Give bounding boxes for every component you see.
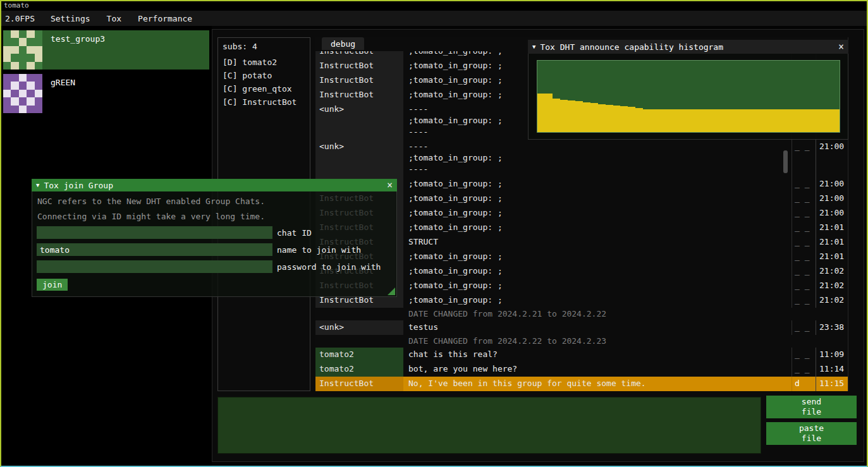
message-input[interactable]: [217, 397, 761, 454]
chat-message-line: ;tomato_in_group: ;: [408, 294, 792, 306]
histogram-bar: [666, 109, 673, 132]
group-name: test_group3: [51, 30, 105, 70]
chat-message-line: ;tomato_in_group: ;: [408, 265, 792, 277]
collapse-icon[interactable]: ▼: [532, 44, 535, 50]
chat-message: ;tomato_in_group: ;: [403, 264, 792, 279]
chat-message-line: bot, are you new here?: [408, 363, 792, 375]
group-name: gREEN: [51, 74, 75, 113]
paste-file-label: paste: [799, 423, 824, 434]
chat-message-line: ;tomato_in_group: ;: [408, 251, 792, 262]
close-icon[interactable]: ×: [387, 181, 393, 190]
chat-time: 21:00: [816, 177, 845, 191]
chat-id-input[interactable]: [37, 226, 272, 239]
chat-sender: InstructBot: [315, 51, 403, 59]
histogram-bar: [719, 109, 726, 132]
group-avatar: [3, 30, 42, 70]
date-divider-text: DATE CHANGED from 2024.2.21 to 2024.2.22: [315, 308, 606, 320]
chat-message-line: testus: [408, 322, 792, 333]
resize-grip[interactable]: [388, 288, 395, 295]
chat-time: 21:00: [816, 206, 845, 221]
histogram-bar: [742, 109, 749, 132]
chat-time: 23:38: [816, 320, 845, 335]
chat-flags: _ _: [792, 293, 816, 308]
chat-flags: _ _: [792, 279, 816, 293]
send-file-button[interactable]: send file: [766, 396, 857, 418]
join-name-input[interactable]: [37, 243, 272, 256]
histogram-bar: [802, 109, 809, 132]
chat-row: tomato2bot, are you new here?_ _11:14: [315, 362, 848, 377]
join-window-body: NGC refers to the New DHT enabled Group …: [32, 191, 397, 297]
close-icon[interactable]: ×: [838, 42, 844, 52]
histogram-bar: [545, 94, 553, 132]
chat-id-label: chat ID: [277, 228, 312, 238]
date-divider: DATE CHANGED from 2024.2.21 to 2024.2.22: [315, 308, 848, 320]
group-item-gREEN[interactable]: gREEN: [3, 74, 209, 113]
chat-message: ----;tomato_in_group: ;----: [403, 140, 792, 177]
chat-scrollbar-thumb[interactable]: [783, 150, 788, 173]
chat-flags: _ _: [792, 250, 816, 264]
histogram-window-titlebar[interactable]: ▼ Tox DHT announce capability histogram …: [528, 40, 848, 54]
menubar: 2.0FPS SettingsToxPerformance: [0, 11, 868, 26]
chat-sender: InstructBot: [315, 377, 403, 391]
date-divider-text: DATE CHANGED from 2024.2.22 to 2024.2.23: [315, 335, 606, 348]
chat-sender: InstructBot: [315, 73, 403, 88]
send-file-label: send: [802, 397, 821, 407]
histogram-bar: [734, 109, 742, 132]
chat-sender: tomato2: [315, 348, 403, 362]
chat-sender: InstructBot: [315, 59, 403, 73]
chat-message-line: chat is this real?: [408, 349, 792, 360]
chat-flags: d: [792, 377, 816, 391]
member-item[interactable]: [C] InstructBot: [218, 95, 310, 109]
join-info-line: Connecting via ID might take a very long…: [32, 207, 396, 222]
window-title: tomato: [4, 1, 29, 9]
histogram-bar: [673, 109, 681, 132]
join-button[interactable]: join: [37, 279, 68, 291]
histogram-bar: [809, 109, 817, 132]
member-item[interactable]: [C] green_qtox: [218, 82, 310, 95]
group-item-test_group3[interactable]: test_group3: [3, 30, 209, 70]
member-item[interactable]: [D] tomato2: [218, 56, 310, 69]
menu-item-settings[interactable]: Settings: [42, 11, 99, 26]
chat-time: 21:02: [816, 293, 845, 308]
chat-row: <unk>testus_ _23:38: [315, 320, 848, 335]
histogram-window-title: Tox DHT announce capability histogram: [540, 42, 723, 52]
histogram-bar: [658, 109, 666, 132]
histogram-bar: [643, 109, 651, 132]
chat-message-line: ;tomato_in_group: ;: [408, 222, 792, 233]
chat-flags: _ _: [792, 206, 816, 221]
chat-row: InstructBotNo, I've been in this group f…: [315, 377, 848, 391]
chat-flags: _ _: [792, 264, 816, 279]
histogram-bars: [537, 61, 840, 132]
chat-message: ;tomato_in_group: ;: [403, 206, 792, 221]
histogram-bar: [635, 108, 643, 132]
tab-debug[interactable]: debug: [322, 37, 364, 50]
join-window-titlebar[interactable]: ▼ Tox join Group ×: [32, 179, 397, 191]
chat-message: testus: [403, 320, 792, 335]
histogram-bar: [606, 105, 613, 132]
chat-row: tomato2chat is this real?_ _11:09: [315, 348, 848, 362]
chat-sender: tomato2: [315, 362, 403, 377]
chat-message-line: ;tomato_in_group: ;: [408, 207, 792, 219]
chat-message-line: ;tomato_in_group: ;: [408, 152, 792, 164]
chat-flags: _ _: [792, 362, 816, 377]
paste-file-label: file: [802, 434, 821, 444]
menu-item-tox[interactable]: Tox: [99, 11, 130, 26]
member-item[interactable]: [C] potato: [218, 69, 310, 82]
histogram-bar: [598, 104, 606, 132]
paste-file-button[interactable]: paste file: [766, 422, 857, 445]
histogram-bar: [688, 109, 696, 132]
join-info-line: NGC refers to the New DHT enabled Group …: [32, 191, 396, 207]
members-count: subs: 4: [218, 38, 310, 56]
chat-sender: InstructBot: [315, 88, 403, 102]
collapse-icon[interactable]: ▼: [36, 182, 39, 188]
chat-flags: _ _: [792, 320, 816, 335]
chat-row: <unk>----;tomato_in_group: ;----_ _21:00: [315, 140, 848, 177]
chat-message: ;tomato_in_group: ;: [403, 250, 792, 264]
chat-time: 21:02: [816, 279, 845, 293]
menu-item-performance[interactable]: Performance: [130, 11, 200, 26]
join-password-input[interactable]: [37, 260, 272, 273]
chat-message: ;tomato_in_group: ;: [403, 293, 792, 308]
histogram-bar: [824, 109, 832, 132]
chat-time: 21:02: [816, 264, 845, 279]
chat-flags: _ _: [792, 140, 816, 177]
